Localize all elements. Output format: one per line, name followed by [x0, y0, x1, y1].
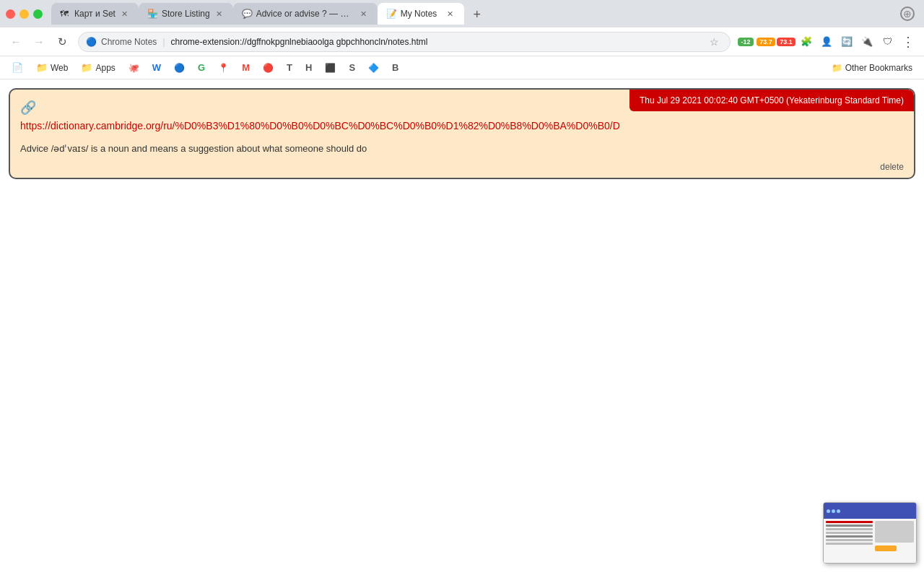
extensions-button[interactable]: 🧩	[797, 33, 816, 51]
bookmark-item-blue-circle[interactable]: 🔵	[168, 61, 191, 75]
thumbnail-dot3	[837, 509, 840, 513]
bookmark-pin-icon: 📍	[218, 63, 229, 73]
extension-counter-green[interactable]: -12	[736, 33, 755, 51]
thumbnail-line-dark1	[826, 525, 873, 527]
tab-close-advice[interactable]: ✕	[359, 9, 369, 19]
tab-favicon-advice: 💬	[242, 9, 252, 19]
thumbnail-content	[824, 519, 916, 563]
tabs-bar: 🗺 Карт и Set ✕ 🏪 Store Listing ✕ 💬 Advic…	[51, 3, 897, 25]
bookmark-folder-apps-icon: 📁	[81, 62, 92, 73]
tab-map-set[interactable]: 🗺 Карт и Set ✕	[51, 3, 139, 25]
new-tab-button[interactable]: +	[467, 4, 487, 25]
bookmark-item-web[interactable]: 📁 Web	[30, 60, 74, 75]
bookmark-item-github[interactable]: 🐙	[123, 61, 145, 75]
tab-title-map-set: Карт и Set	[74, 9, 116, 19]
bookmark-github-icon: 🐙	[128, 63, 139, 73]
note-url-link[interactable]: https://dictionary.cambridge.org/ru/%D0%…	[20, 120, 904, 131]
bookmark-item-icon1[interactable]: 📄	[6, 60, 29, 75]
tab-favicon-store: 🏪	[147, 9, 157, 19]
address-bar[interactable]: 🔵 Chrome Notes | chrome-extension://dgff…	[78, 32, 731, 52]
bookmark-s-icon: S	[349, 62, 355, 73]
tab-advice[interactable]: 💬 Advice or advise ? — English C ✕	[233, 3, 378, 25]
bookmark-item-red[interactable]: 🔴	[257, 61, 279, 75]
bookmark-m-icon: M	[242, 62, 250, 73]
bookmark-item-g[interactable]: G	[192, 60, 211, 75]
bookmark-g-icon: G	[198, 62, 205, 73]
bookmark-black-icon: ⬛	[325, 63, 336, 73]
bookmark-item-w1[interactable]: W	[147, 60, 167, 75]
maximize-window-button[interactable]	[33, 9, 43, 19]
bookmark-folder-web-icon: 📁	[36, 62, 48, 73]
tab-close-map-set[interactable]: ✕	[120, 9, 130, 19]
thumbnail-col1	[826, 521, 873, 561]
address-scheme-label: Chrome Notes	[101, 37, 157, 47]
browser-menu-button[interactable]: ⋮	[898, 32, 918, 52]
sync-button[interactable]: 🔄	[837, 33, 856, 51]
extension-badge-green: -12	[738, 38, 753, 46]
bookmark-w1-icon: W	[152, 62, 161, 73]
address-scheme-icon: 🔵	[86, 37, 97, 47]
bookmark-web-label: Web	[51, 63, 68, 73]
close-window-button[interactable]	[6, 9, 15, 19]
tab-title-store: Store Listing	[162, 9, 210, 19]
tab-my-notes[interactable]: 📝 My Notes ✕	[378, 3, 464, 25]
bookmark-item-diamond[interactable]: 🔷	[362, 61, 385, 75]
note-card: Thu Jul 29 2021 00:02:40 GMT+0500 (Yekat…	[9, 88, 915, 179]
bookmarks-bar: 📄 📁 Web 📁 Apps 🐙 W 🔵 G 📍 M 🔴	[0, 56, 924, 79]
thumbnail-line-1	[826, 528, 873, 530]
bookmark-item-pin[interactable]: 📍	[212, 61, 235, 75]
address-separator: |	[162, 37, 165, 47]
thumbnail-dot1	[827, 509, 830, 513]
bookmark-diamond-icon: 🔷	[368, 63, 379, 73]
tab-title-advice: Advice or advise ? — English C	[256, 9, 354, 19]
bookmark-red-icon: 🔴	[263, 63, 274, 73]
thumbnail-header	[824, 503, 916, 519]
toolbar-extensions: -12 73.7 73.1 🧩 👤 🔄 🔌 🛡 ⋮	[736, 32, 918, 52]
extension-badge-red: 73.1	[777, 38, 796, 46]
toolbar: ← → ↻ 🔵 Chrome Notes | chrome-extension:…	[0, 27, 924, 56]
note-delete-button[interactable]: delete	[880, 162, 904, 172]
bookmark-item-black[interactable]: ⬛	[319, 61, 341, 75]
bookmark-h-icon: H	[305, 62, 312, 73]
other-bookmarks[interactable]: 📁 Other Bookmarks	[826, 61, 918, 75]
bookmark-item-apps[interactable]: 📁 Apps	[75, 60, 121, 75]
thumbnail-image	[875, 521, 914, 543]
note-timestamp: Thu Jul 29 2021 00:02:40 GMT+0500 (Yekat…	[629, 90, 914, 111]
bookmark-item-s[interactable]: S	[343, 60, 361, 75]
bookmark-item-b[interactable]: B	[386, 60, 404, 75]
address-url-text: chrome-extension://dgffnokpgnlnebiaoolga…	[171, 37, 702, 47]
bookmark-item-t[interactable]: T	[281, 60, 298, 75]
thumbnail-line-dark2	[826, 535, 873, 538]
extension-counter-orange[interactable]: 73.7	[757, 33, 775, 51]
page-content: Thu Jul 29 2021 00:02:40 GMT+0500 (Yekat…	[0, 79, 924, 578]
bookmark-star-button[interactable]: ☆	[705, 33, 723, 51]
back-button[interactable]: ←	[6, 32, 26, 52]
tab-title-notes: My Notes	[401, 9, 441, 19]
puzzle-ext-button[interactable]: 🔌	[858, 33, 876, 51]
extension-counter-red[interactable]: 73.1	[777, 33, 796, 51]
forward-button[interactable]: →	[29, 32, 49, 52]
title-bar: 🗺 Карт и Set ✕ 🏪 Store Listing ✕ 💬 Advic…	[0, 0, 924, 27]
extension-badge-orange: 73.7	[757, 38, 775, 46]
thumbnail-line-3	[826, 539, 873, 541]
minimize-window-button[interactable]	[19, 9, 29, 19]
tab-favicon-notes: 📝	[386, 9, 396, 19]
other-bookmarks-label: Other Bookmarks	[845, 63, 912, 73]
thumbnail-line-red	[826, 521, 873, 523]
page-thumbnail	[823, 502, 917, 564]
bookmark-item-m[interactable]: M	[236, 60, 256, 75]
thumbnail-col2	[875, 521, 914, 561]
bookmark-apps-label: Apps	[95, 63, 115, 73]
shield-button[interactable]: 🛡	[878, 33, 897, 51]
bookmark-item-h[interactable]: H	[300, 60, 318, 75]
tab-store-listing[interactable]: 🏪 Store Listing ✕	[139, 3, 233, 25]
tab-close-store[interactable]: ✕	[214, 9, 225, 19]
tab-close-notes[interactable]: ✕	[445, 9, 456, 19]
thumbnail-line-2	[826, 532, 873, 534]
thumbnail-dot2	[832, 509, 835, 513]
note-content-text: Advice /ədˈvaɪs/ is a noun and means a s…	[20, 142, 904, 156]
account-button[interactable]: 👤	[817, 33, 836, 51]
bookmark-b-icon: B	[392, 62, 398, 73]
reload-button[interactable]: ↻	[52, 32, 72, 52]
thumbnail-button	[875, 545, 897, 551]
